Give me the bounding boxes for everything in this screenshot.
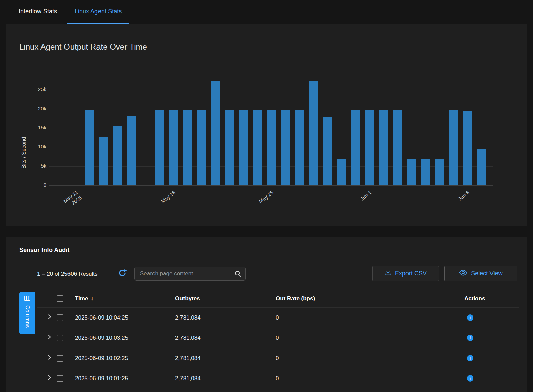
select-all-checkbox[interactable] xyxy=(57,295,63,302)
y-axis-tick-label: 10k xyxy=(19,144,46,150)
search-icon[interactable] xyxy=(234,270,241,277)
row-expander[interactable] xyxy=(48,355,51,362)
tab-label: Interflow Stats xyxy=(19,8,57,15)
table-header-row: Time ↓ Outbytes Out Rate (bps) Actions xyxy=(37,290,519,307)
chart-bar xyxy=(393,110,402,185)
x-axis-tick-label: Jun 8 xyxy=(424,189,471,228)
row-expander[interactable] xyxy=(48,334,51,341)
cell-time: 2025-06-09 10:01:25 xyxy=(75,375,175,382)
table-row: 2025-06-09 10:01:252,781,0840i xyxy=(37,368,519,388)
x-axis-tick-label: Jun 1 xyxy=(327,189,373,228)
chart-bar xyxy=(379,110,388,185)
sort-desc-icon: ↓ xyxy=(91,295,94,302)
x-axis-tick-label: May 18 xyxy=(131,189,177,228)
table-row: 2025-06-09 10:02:252,781,0840i xyxy=(37,348,519,368)
chart-bar xyxy=(309,81,318,185)
x-axis-tick-label: May 25 xyxy=(228,189,275,228)
chart-bar xyxy=(421,159,430,185)
chart-bar xyxy=(323,117,332,185)
header-checkbox-cell xyxy=(57,295,75,302)
column-header-time[interactable]: Time ↓ xyxy=(75,295,175,302)
cell-outrate: 0 xyxy=(276,335,463,341)
cell-outrate: 0 xyxy=(276,355,463,362)
cell-time: 2025-06-09 10:02:25 xyxy=(75,355,175,362)
cell-time: 2025-06-09 10:04:25 xyxy=(75,314,175,321)
info-icon[interactable]: i xyxy=(467,335,473,341)
cell-outbytes: 2,781,084 xyxy=(175,314,276,321)
row-expander[interactable] xyxy=(48,314,51,321)
y-axis-tick-label: 0 xyxy=(19,182,46,189)
chart-bar xyxy=(435,159,444,185)
row-checkbox[interactable] xyxy=(57,314,63,321)
cell-time: 2025-06-09 10:03:25 xyxy=(75,335,175,341)
y-axis-tick-label: 25k xyxy=(19,86,46,93)
chart-bar xyxy=(183,110,192,185)
bar-chart: 05k10k15k20k25kMay 11 2025May 18May 25Ju… xyxy=(6,24,527,226)
chevron-right-icon xyxy=(48,375,51,382)
chart-bar xyxy=(477,149,486,185)
table-row: 2025-06-09 10:04:252,781,0840i xyxy=(37,307,519,328)
sensor-table: Time ↓ Outbytes Out Rate (bps) Actions 2… xyxy=(37,290,519,388)
export-csv-label: Export CSV xyxy=(395,270,427,277)
chart-bar xyxy=(113,126,122,185)
tab-linux-agent-stats[interactable]: Linux Agent Stats xyxy=(67,0,129,24)
chart-bar xyxy=(267,110,276,185)
chart-bar xyxy=(127,116,136,185)
cell-outbytes: 2,781,084 xyxy=(175,355,276,362)
tab-bar: Interflow Stats Linux Agent Stats xyxy=(0,0,533,24)
chart-bar xyxy=(365,110,374,185)
select-view-button[interactable]: Select View xyxy=(444,266,517,281)
columns-button-label: Columns xyxy=(24,305,30,328)
row-checkbox[interactable] xyxy=(57,335,63,341)
refresh-button[interactable] xyxy=(117,269,128,279)
gridline xyxy=(49,185,493,186)
chart-bar xyxy=(239,110,248,185)
info-icon[interactable]: i xyxy=(467,314,473,321)
chart-bar xyxy=(337,159,346,185)
chart-bar xyxy=(99,137,108,185)
row-checkbox[interactable] xyxy=(57,375,63,382)
cell-outbytes: 2,781,084 xyxy=(175,335,276,341)
chart-bar xyxy=(155,110,164,185)
y-axis-tick-label: 15k xyxy=(19,125,46,131)
columns-icon xyxy=(24,296,30,302)
chevron-right-icon xyxy=(48,355,51,362)
y-axis-tick-label: 20k xyxy=(19,105,46,112)
y-axis-tick-label: 5k xyxy=(19,163,46,170)
info-icon[interactable]: i xyxy=(467,375,473,382)
chart-bar xyxy=(85,110,94,185)
chart-bar xyxy=(281,110,290,185)
eye-icon xyxy=(459,270,467,277)
export-csv-button[interactable]: Export CSV xyxy=(372,266,439,281)
table-row: 2025-06-09 10:03:252,781,0840i xyxy=(37,328,519,348)
column-header-actions: Actions xyxy=(463,295,519,302)
table-panel: Sensor Info Audit 1 – 20 of 25606 Result… xyxy=(6,237,527,392)
section-title: Sensor Info Audit xyxy=(19,247,69,254)
refresh-icon xyxy=(118,269,127,279)
chart-bar xyxy=(211,81,220,185)
cell-outbytes: 2,781,084 xyxy=(175,375,276,382)
gridline xyxy=(49,109,493,109)
chart-bar xyxy=(407,159,416,185)
chart-bar xyxy=(351,110,360,185)
info-icon[interactable]: i xyxy=(467,355,473,361)
table-body: 2025-06-09 10:04:252,781,0840i2025-06-09… xyxy=(37,307,519,388)
chart-bar xyxy=(449,110,458,185)
row-checkbox[interactable] xyxy=(57,355,63,362)
column-header-outrate[interactable]: Out Rate (bps) xyxy=(276,295,463,302)
gridline xyxy=(49,90,493,90)
results-count: 1 – 20 of 25606 Results xyxy=(37,271,98,277)
chart-bar xyxy=(295,110,304,185)
time-header-label: Time xyxy=(75,295,88,302)
chart-bar xyxy=(463,111,472,185)
search-input[interactable] xyxy=(140,270,234,277)
chevron-right-icon xyxy=(48,334,51,341)
chart-bar xyxy=(169,110,178,185)
tab-interflow-stats[interactable]: Interflow Stats xyxy=(11,0,64,24)
chart-bar xyxy=(197,110,206,185)
tab-label: Linux Agent Stats xyxy=(75,8,122,15)
row-expander[interactable] xyxy=(48,375,51,382)
x-axis-tick-label: May 11 2025 xyxy=(33,189,83,233)
column-header-outbytes[interactable]: Outbytes xyxy=(175,295,276,302)
columns-button[interactable]: Columns xyxy=(19,292,35,334)
